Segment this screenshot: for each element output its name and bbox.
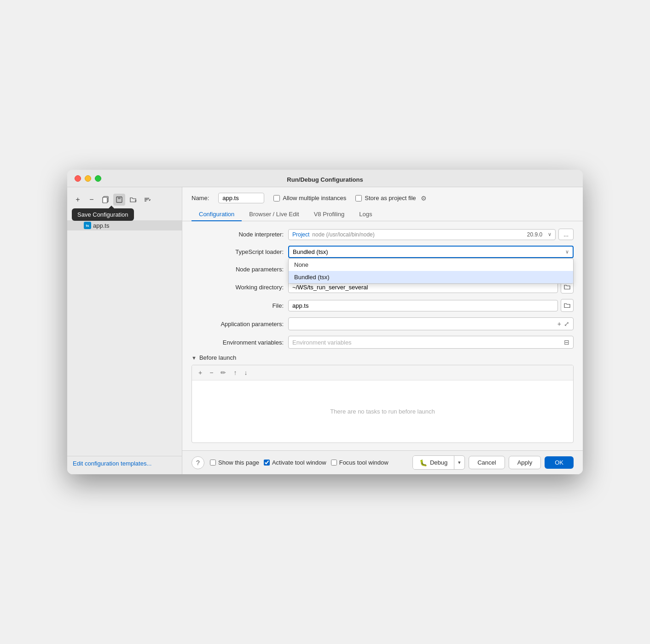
file-label: File:: [192, 302, 284, 309]
app-parameters-control: + ⤢: [288, 317, 574, 330]
before-launch-panel: + − ✏ ↑ ↓ There are no tasks to run befo…: [192, 365, 574, 443]
typescript-loader-select[interactable]: Bundled (tsx) ∨: [288, 246, 574, 258]
env-variables-label: Environment variables:: [192, 339, 284, 346]
tab-browser-live-edit[interactable]: Browser / Live Edit: [242, 208, 306, 221]
svg-rect-3: [118, 197, 121, 199]
app-ts-label: app.ts: [93, 222, 109, 229]
close-button[interactable]: [75, 175, 81, 182]
before-launch-edit-button[interactable]: ✏: [219, 368, 228, 377]
expand-icon[interactable]: ⤢: [564, 320, 569, 328]
app-parameters-input[interactable]: + ⤢: [288, 317, 574, 330]
dropdown-item-none[interactable]: None: [289, 259, 573, 271]
svg-rect-1: [103, 197, 107, 203]
node-path: node (/usr/local/bin/node): [312, 231, 374, 238]
typescript-loader-dropdown: None Bundled (tsx): [288, 258, 574, 284]
node-interpreter-select[interactable]: Project node (/usr/local/bin/node) 20.9.…: [288, 229, 556, 240]
debug-button[interactable]: 🐛 Debug: [413, 456, 454, 469]
bottom-right: 🐛 Debug ▾ Cancel Apply OK: [412, 455, 574, 470]
store-project-checkbox[interactable]: [355, 195, 362, 201]
file-browse-button[interactable]: [561, 299, 574, 312]
typescript-loader-container: Bundled (tsx) ∨ None Bundled (tsx): [288, 246, 574, 258]
tab-v8-profiling[interactable]: V8 Profiling: [307, 208, 352, 221]
before-launch-title: Before launch: [199, 354, 236, 361]
svg-text:+: +: [134, 199, 137, 203]
env-variables-row: Environment variables: Environment varia…: [192, 336, 574, 349]
env-variables-input[interactable]: Environment variables ⊟: [288, 336, 574, 349]
save-configuration-button[interactable]: [113, 194, 125, 206]
before-launch-add-button[interactable]: +: [197, 368, 204, 377]
dialog-title: Run/Debug Configurations: [287, 176, 363, 183]
allow-multiple-label: Allow multiple instances: [283, 195, 346, 201]
file-control: [288, 299, 574, 312]
chevron-down-icon: ∨: [565, 249, 569, 255]
svg-rect-4: [117, 200, 122, 202]
node-parameters-label: Node parameters:: [192, 266, 284, 273]
before-launch-empty: There are no tasks to run before launch: [192, 380, 573, 443]
tab-logs[interactable]: Logs: [352, 208, 379, 221]
new-folder-button[interactable]: +: [127, 194, 139, 206]
ts-file-icon: ts: [84, 222, 91, 229]
tab-configuration[interactable]: Configuration: [192, 208, 242, 221]
name-label: Name:: [192, 195, 209, 201]
env-variables-control: Environment variables ⊟: [288, 336, 574, 349]
add-icon[interactable]: +: [557, 320, 561, 328]
debug-dropdown-button[interactable]: ▾: [454, 456, 464, 469]
remove-configuration-button[interactable]: −: [86, 194, 98, 206]
before-launch-header: ▼ Before launch: [192, 354, 574, 361]
before-launch-remove-button[interactable]: −: [208, 368, 215, 377]
right-panel: Name: Allow multiple instances Store as …: [182, 187, 583, 474]
file-input[interactable]: [288, 300, 558, 311]
focus-tool-window-checkbox[interactable]: [331, 460, 337, 466]
minimize-button[interactable]: [85, 175, 91, 182]
gear-icon[interactable]: ⚙: [421, 195, 427, 202]
name-input[interactable]: [218, 193, 264, 203]
before-launch-move-up-button[interactable]: ↑: [232, 368, 238, 377]
debug-bug-icon: 🐛: [419, 459, 427, 466]
allow-multiple-checkbox[interactable]: [273, 195, 280, 201]
cancel-button[interactable]: Cancel: [469, 456, 505, 469]
node-interpreter-row: Node interpreter: Project node (/usr/loc…: [192, 229, 574, 240]
activate-tool-window-label: Activate tool window: [272, 459, 326, 466]
focus-tool-window-label: Focus tool window: [339, 459, 389, 466]
show-this-page-group: Show this page: [210, 459, 259, 466]
add-configuration-button[interactable]: +: [72, 194, 84, 206]
before-launch-move-down-button[interactable]: ↓: [242, 368, 249, 377]
ellipsis-button[interactable]: ...: [558, 229, 574, 240]
sort-button[interactable]: [141, 194, 153, 206]
dropdown-item-bundled[interactable]: Bundled (tsx): [289, 271, 573, 283]
ok-button[interactable]: OK: [545, 456, 574, 469]
node-interpreter-control: Project node (/usr/local/bin/node) 20.9.…: [288, 229, 574, 240]
config-header: Name: Allow multiple instances Store as …: [182, 187, 583, 221]
version-badge: 20.9.0: [527, 231, 542, 238]
save-tooltip: Save Configuration: [72, 208, 134, 221]
app-parameters-label: Application parameters:: [192, 321, 284, 328]
config-body: Node interpreter: Project node (/usr/loc…: [182, 221, 583, 450]
activate-tool-window-checkbox[interactable]: [264, 460, 270, 466]
env-variables-placeholder: Environment variables: [292, 339, 352, 346]
show-this-page-label: Show this page: [218, 459, 259, 466]
sidebar-item-app-ts[interactable]: ts app.ts: [67, 220, 182, 230]
table-icon[interactable]: ⊟: [564, 339, 569, 346]
allow-multiple-group: Allow multiple instances: [273, 195, 346, 201]
store-project-label: Store as project file: [365, 195, 416, 201]
before-launch-section: ▼ Before launch + − ✏ ↑ ↓ There are no t…: [192, 354, 574, 443]
maximize-button[interactable]: [95, 175, 101, 182]
sidebar-toolbar: + − Save Configuration: [67, 191, 182, 208]
store-project-group: Store as project file ⚙: [355, 195, 426, 202]
project-badge: Project: [292, 231, 309, 238]
edit-templates-link[interactable]: Edit configuration templates...: [73, 460, 151, 467]
chevron-down-icon[interactable]: ▼: [192, 355, 197, 361]
run-debug-dialog: Run/Debug Configurations + −: [67, 170, 583, 474]
help-button[interactable]: ?: [192, 456, 204, 469]
typescript-loader-value: Bundled (tsx): [293, 248, 328, 255]
typescript-loader-label: TypeScript loader:: [192, 248, 284, 255]
apply-button[interactable]: Apply: [509, 456, 541, 469]
sidebar-tree: ▼ js Node.js ts app.ts: [67, 208, 182, 456]
copy-configuration-button[interactable]: [99, 194, 111, 206]
sidebar-footer: Edit configuration templates...: [67, 456, 182, 471]
sidebar: + − Save Configuration: [67, 187, 182, 474]
app-parameters-row: Application parameters: + ⤢: [192, 317, 574, 330]
name-row: Name: Allow multiple instances Store as …: [192, 193, 574, 203]
file-row: File:: [192, 299, 574, 312]
show-this-page-checkbox[interactable]: [210, 460, 216, 466]
